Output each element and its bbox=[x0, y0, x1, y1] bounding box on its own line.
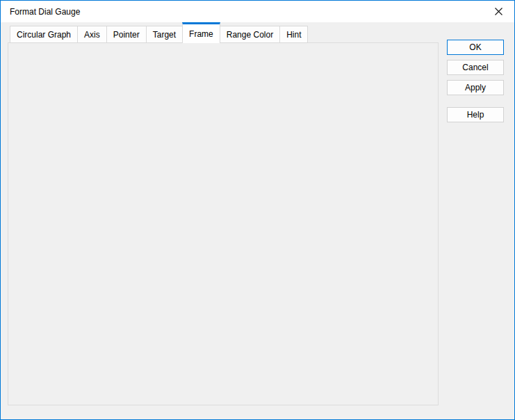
cancel-button[interactable]: Cancel bbox=[447, 60, 504, 75]
titlebar: Format Dial Gauge bbox=[1, 1, 514, 22]
tab-pointer[interactable]: Pointer bbox=[106, 26, 147, 43]
tab-content-pane bbox=[8, 42, 439, 405]
tab-label: Target bbox=[153, 30, 176, 40]
format-dial-gauge-dialog: Format Dial Gauge Circular Graph Axis Po… bbox=[0, 0, 515, 420]
tab-label: Pointer bbox=[113, 30, 140, 40]
tab-label: Range Color bbox=[227, 30, 273, 40]
help-button-label: Help bbox=[467, 110, 484, 120]
close-icon bbox=[495, 8, 502, 15]
tab-frame[interactable]: Frame bbox=[182, 22, 220, 43]
tab-circular-graph[interactable]: Circular Graph bbox=[10, 26, 78, 43]
tab-strip: Circular Graph Axis Pointer Target Frame… bbox=[10, 22, 307, 43]
ok-button[interactable]: OK bbox=[447, 40, 504, 55]
tab-label: Hint bbox=[286, 30, 301, 40]
ok-button-label: OK bbox=[469, 42, 481, 52]
tab-axis[interactable]: Axis bbox=[77, 26, 107, 43]
tab-label: Frame bbox=[189, 29, 213, 39]
help-button[interactable]: Help bbox=[447, 107, 504, 122]
close-button[interactable] bbox=[483, 1, 514, 22]
tab-label: Circular Graph bbox=[17, 30, 71, 40]
window-title: Format Dial Gauge bbox=[10, 7, 80, 17]
apply-button-label: Apply bbox=[465, 83, 486, 92]
cancel-button-label: Cancel bbox=[462, 63, 488, 72]
tab-label: Axis bbox=[84, 30, 100, 40]
tab-range-color[interactable]: Range Color bbox=[220, 26, 280, 43]
tab-hint[interactable]: Hint bbox=[279, 26, 308, 43]
apply-button[interactable]: Apply bbox=[447, 80, 504, 95]
tab-target[interactable]: Target bbox=[146, 26, 183, 43]
